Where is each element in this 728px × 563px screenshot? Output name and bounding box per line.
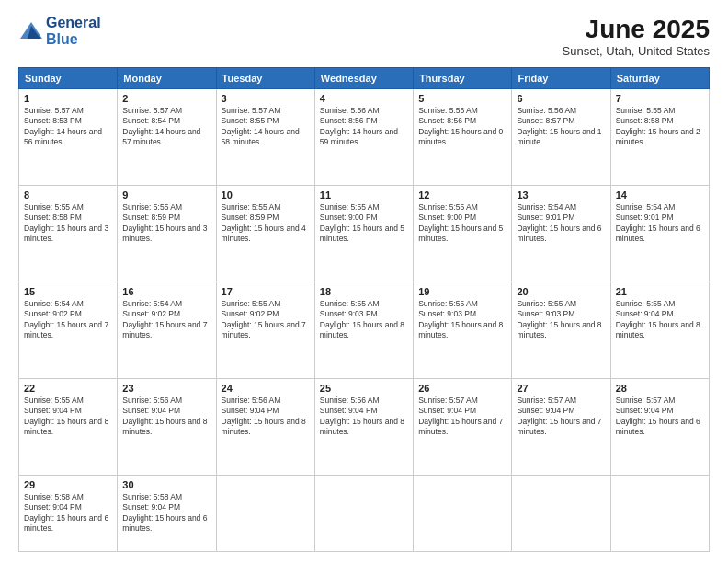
day-cell: 24Sunrise: 5:56 AMSunset: 9:04 PMDayligh…	[216, 378, 314, 475]
day-info: Sunrise: 5:55 AMSunset: 9:02 PMDaylight:…	[222, 299, 310, 341]
header-row: SundayMondayTuesdayWednesdayThursdayFrid…	[19, 68, 710, 89]
day-info: Sunrise: 5:55 AMSunset: 9:00 PMDaylight:…	[320, 202, 408, 245]
day-number: 20	[517, 286, 605, 297]
day-cell: 23Sunrise: 5:56 AMSunset: 9:04 PMDayligh…	[118, 378, 216, 475]
day-cell	[314, 475, 413, 551]
day-info: Sunrise: 5:55 AMSunset: 9:04 PMDaylight:…	[616, 299, 704, 341]
day-info: Sunrise: 5:55 AMSunset: 8:59 PMDaylight:…	[122, 202, 210, 245]
calendar-header: SundayMondayTuesdayWednesdayThursdayFrid…	[19, 68, 710, 89]
day-number: 26	[418, 383, 506, 394]
day-cell: 10Sunrise: 5:55 AMSunset: 8:59 PMDayligh…	[216, 185, 314, 282]
day-number: 10	[222, 190, 310, 201]
day-info: Sunrise: 5:55 AMSunset: 9:00 PMDaylight:…	[418, 202, 506, 245]
day-info: Sunrise: 5:56 AMSunset: 8:56 PMDaylight:…	[320, 106, 408, 148]
day-cell	[610, 475, 709, 551]
day-info: Sunrise: 5:57 AMSunset: 8:54 PMDaylight:…	[122, 106, 210, 148]
day-cell: 9Sunrise: 5:55 AMSunset: 8:59 PMDaylight…	[118, 185, 216, 282]
day-cell: 2Sunrise: 5:57 AMSunset: 8:54 PMDaylight…	[118, 89, 216, 186]
day-cell: 11Sunrise: 5:55 AMSunset: 9:00 PMDayligh…	[314, 185, 413, 282]
day-cell	[216, 475, 314, 551]
header-day-saturday: Saturday	[610, 68, 709, 89]
day-cell: 21Sunrise: 5:55 AMSunset: 9:04 PMDayligh…	[610, 282, 709, 378]
day-cell: 12Sunrise: 5:55 AMSunset: 9:00 PMDayligh…	[414, 185, 512, 282]
day-cell: 18Sunrise: 5:55 AMSunset: 9:03 PMDayligh…	[314, 282, 413, 378]
day-cell	[414, 475, 512, 551]
day-cell: 22Sunrise: 5:55 AMSunset: 9:04 PMDayligh…	[19, 378, 118, 475]
header-day-monday: Monday	[118, 68, 216, 89]
day-cell: 27Sunrise: 5:57 AMSunset: 9:04 PMDayligh…	[512, 378, 610, 475]
day-number: 3	[222, 93, 310, 104]
day-number: 6	[517, 93, 605, 104]
page: General Blue June 2025 Sunset, Utah, Uni…	[0, 0, 728, 563]
main-title: June 2025	[563, 15, 710, 44]
day-info: Sunrise: 5:57 AMSunset: 9:04 PMDaylight:…	[616, 396, 704, 438]
day-number: 25	[320, 383, 408, 394]
day-cell: 14Sunrise: 5:54 AMSunset: 9:01 PMDayligh…	[610, 185, 709, 282]
day-cell: 3Sunrise: 5:57 AMSunset: 8:55 PMDaylight…	[216, 89, 314, 186]
day-cell: 25Sunrise: 5:56 AMSunset: 9:04 PMDayligh…	[314, 378, 413, 475]
week-row-1: 8Sunrise: 5:55 AMSunset: 8:58 PMDaylight…	[19, 185, 710, 282]
day-info: Sunrise: 5:56 AMSunset: 9:04 PMDaylight:…	[320, 396, 408, 438]
week-row-0: 1Sunrise: 5:57 AMSunset: 8:53 PMDaylight…	[19, 89, 710, 186]
day-info: Sunrise: 5:54 AMSunset: 9:02 PMDaylight:…	[24, 299, 112, 341]
day-cell: 7Sunrise: 5:55 AMSunset: 8:58 PMDaylight…	[610, 89, 709, 186]
day-cell: 19Sunrise: 5:55 AMSunset: 9:03 PMDayligh…	[414, 282, 512, 378]
logo-line2: Blue	[46, 31, 101, 48]
day-number: 2	[122, 93, 210, 104]
day-info: Sunrise: 5:56 AMSunset: 9:04 PMDaylight:…	[122, 396, 210, 438]
day-cell: 16Sunrise: 5:54 AMSunset: 9:02 PMDayligh…	[118, 282, 216, 378]
day-info: Sunrise: 5:57 AMSunset: 8:53 PMDaylight:…	[24, 106, 112, 148]
day-number: 30	[122, 479, 210, 490]
header-day-tuesday: Tuesday	[216, 68, 314, 89]
day-number: 17	[222, 286, 310, 297]
day-info: Sunrise: 5:55 AMSunset: 8:58 PMDaylight:…	[24, 202, 112, 245]
day-number: 16	[122, 286, 210, 297]
day-info: Sunrise: 5:58 AMSunset: 9:04 PMDaylight:…	[122, 492, 210, 534]
day-cell: 15Sunrise: 5:54 AMSunset: 9:02 PMDayligh…	[19, 282, 118, 378]
day-info: Sunrise: 5:55 AMSunset: 8:58 PMDaylight:…	[616, 106, 704, 148]
header: General Blue June 2025 Sunset, Utah, Uni…	[18, 15, 710, 58]
day-number: 12	[418, 190, 506, 201]
day-number: 21	[616, 286, 704, 297]
sub-title: Sunset, Utah, United States	[563, 44, 710, 58]
day-number: 9	[122, 190, 210, 201]
day-info: Sunrise: 5:54 AMSunset: 9:02 PMDaylight:…	[122, 299, 210, 341]
day-info: Sunrise: 5:54 AMSunset: 9:01 PMDaylight:…	[517, 202, 605, 245]
header-day-sunday: Sunday	[19, 68, 118, 89]
day-number: 27	[517, 383, 605, 394]
day-number: 28	[616, 383, 704, 394]
day-number: 5	[418, 93, 506, 104]
day-info: Sunrise: 5:56 AMSunset: 8:56 PMDaylight:…	[418, 106, 506, 148]
day-info: Sunrise: 5:57 AMSunset: 8:55 PMDaylight:…	[222, 106, 310, 148]
day-cell: 8Sunrise: 5:55 AMSunset: 8:58 PMDaylight…	[19, 185, 118, 282]
day-number: 23	[122, 383, 210, 394]
logo-icon	[18, 18, 44, 44]
day-number: 11	[320, 190, 408, 201]
day-cell: 5Sunrise: 5:56 AMSunset: 8:56 PMDaylight…	[414, 89, 512, 186]
day-cell: 26Sunrise: 5:57 AMSunset: 9:04 PMDayligh…	[414, 378, 512, 475]
day-info: Sunrise: 5:56 AMSunset: 8:57 PMDaylight:…	[517, 106, 605, 148]
day-cell: 30Sunrise: 5:58 AMSunset: 9:04 PMDayligh…	[118, 475, 216, 551]
week-row-2: 15Sunrise: 5:54 AMSunset: 9:02 PMDayligh…	[19, 282, 710, 378]
logo-line1: General	[46, 15, 101, 31]
day-number: 24	[222, 383, 310, 394]
day-info: Sunrise: 5:57 AMSunset: 9:04 PMDaylight:…	[517, 396, 605, 438]
header-day-wednesday: Wednesday	[314, 68, 413, 89]
day-cell: 6Sunrise: 5:56 AMSunset: 8:57 PMDaylight…	[512, 89, 610, 186]
logo: General Blue	[18, 15, 101, 47]
day-cell: 13Sunrise: 5:54 AMSunset: 9:01 PMDayligh…	[512, 185, 610, 282]
header-day-friday: Friday	[512, 68, 610, 89]
day-info: Sunrise: 5:54 AMSunset: 9:01 PMDaylight:…	[616, 202, 704, 245]
day-info: Sunrise: 5:57 AMSunset: 9:04 PMDaylight:…	[418, 396, 506, 438]
day-info: Sunrise: 5:55 AMSunset: 9:03 PMDaylight:…	[320, 299, 408, 341]
day-info: Sunrise: 5:55 AMSunset: 9:03 PMDaylight:…	[517, 299, 605, 341]
day-number: 7	[616, 93, 704, 104]
calendar-body: 1Sunrise: 5:57 AMSunset: 8:53 PMDaylight…	[19, 89, 710, 552]
week-row-4: 29Sunrise: 5:58 AMSunset: 9:04 PMDayligh…	[19, 475, 710, 551]
day-number: 1	[24, 93, 112, 104]
day-number: 18	[320, 286, 408, 297]
day-number: 4	[320, 93, 408, 104]
day-info: Sunrise: 5:55 AMSunset: 9:04 PMDaylight:…	[24, 396, 112, 438]
day-number: 13	[517, 190, 605, 201]
logo-wrapper: General Blue	[18, 15, 101, 47]
